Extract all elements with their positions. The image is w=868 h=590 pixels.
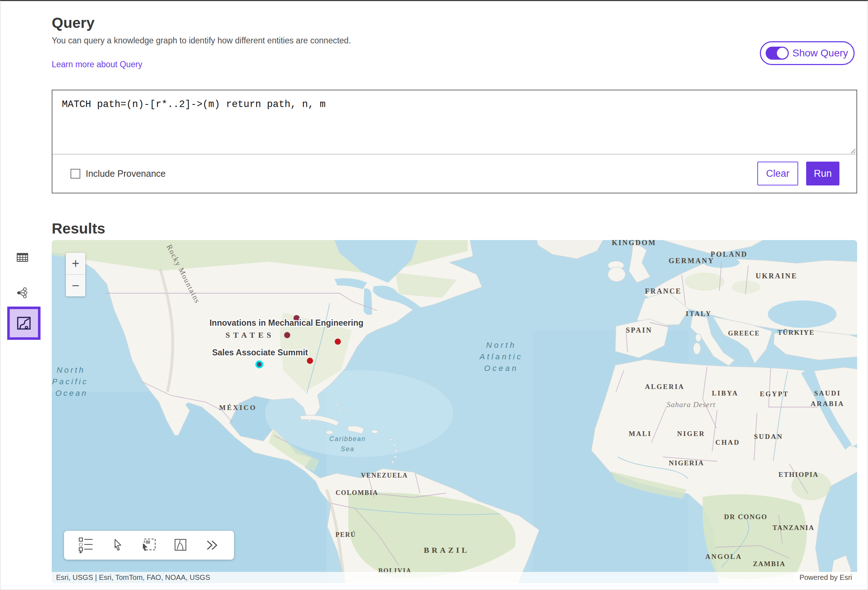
query-textarea[interactable]: MATCH path=(n)-[r*..2]->(m) return path,… bbox=[52, 90, 856, 154]
map-attribution: Esri, USGS | Esri, TomTom, FAO, NOAA, US… bbox=[52, 572, 857, 583]
double-chevron-right-icon bbox=[205, 538, 219, 552]
map-label: Caribbean bbox=[329, 435, 366, 442]
map-label: LIBYA bbox=[712, 389, 738, 397]
map-label: ETHIOPIA bbox=[778, 471, 818, 478]
map-marker-label: Innovations in Mechanical Engineering bbox=[210, 318, 363, 327]
map-label: TÜRKIYE bbox=[778, 329, 815, 336]
learn-more-link[interactable]: Learn more about Query bbox=[52, 60, 143, 69]
pointer-tool-button[interactable] bbox=[109, 537, 125, 553]
map-label: PERÚ bbox=[336, 531, 356, 538]
toggle-label: Show Query bbox=[793, 47, 848, 59]
map-label: North bbox=[486, 341, 517, 350]
map-label: ITALY bbox=[686, 310, 712, 317]
view-map-button[interactable] bbox=[7, 307, 40, 340]
powered-by-esri: Powered by Esri bbox=[794, 572, 857, 583]
map-label: Pacific bbox=[52, 377, 88, 386]
map-label: ARABIA bbox=[811, 400, 844, 407]
select-features-icon bbox=[173, 538, 188, 552]
map-label: Ocean bbox=[55, 389, 88, 398]
map-zoom-control: + − bbox=[66, 253, 86, 296]
cursor-icon bbox=[110, 538, 125, 552]
map-label: MALI bbox=[629, 430, 652, 437]
map-label: STATES bbox=[225, 330, 274, 339]
map-marker-label: Sales Associate Summit bbox=[212, 348, 308, 357]
map-label: Sahara Desert bbox=[667, 400, 716, 409]
query-page: Query You can query a knowledge graph to… bbox=[0, 0, 868, 590]
map-icon bbox=[16, 315, 32, 332]
show-query-toggle[interactable]: Show Query bbox=[760, 41, 855, 65]
results-title: Results bbox=[52, 220, 105, 237]
more-tools-button[interactable] bbox=[204, 537, 220, 553]
map-label: CHAD bbox=[715, 438, 740, 446]
query-panel: MATCH path=(n)-[r*..2]->(m) return path,… bbox=[52, 90, 857, 193]
map-label: VENEZUELA bbox=[361, 472, 408, 479]
map-label: SPAIN bbox=[626, 326, 652, 334]
include-provenance-checkbox[interactable] bbox=[71, 169, 80, 178]
results-map[interactable]: KINGDOMPOLANDGERMANYUKRAINEFRANCEITALYSP… bbox=[52, 240, 857, 583]
map-label: GERMANY bbox=[669, 257, 714, 265]
toggle-switch-icon[interactable] bbox=[766, 47, 789, 60]
map-label: GREECE bbox=[728, 330, 760, 337]
map-toolbar bbox=[64, 531, 234, 560]
include-provenance-label: Include Provenance bbox=[86, 168, 165, 179]
page-description: You can query a knowledge graph to ident… bbox=[52, 36, 351, 46]
map-label: NIGERIA bbox=[669, 459, 704, 467]
zoom-out-button[interactable]: − bbox=[66, 275, 86, 296]
select-by-rectangle-icon bbox=[142, 538, 156, 552]
map-label: UKRAINE bbox=[756, 272, 797, 280]
table-icon bbox=[16, 251, 28, 264]
map-label: SAUDI bbox=[814, 389, 841, 397]
map-label: ALGERIA bbox=[645, 383, 685, 391]
map-label: MÉXICO bbox=[219, 404, 257, 412]
select-by-rectangle-button[interactable] bbox=[141, 537, 157, 553]
link-chart-icon bbox=[16, 287, 28, 299]
view-link-chart-button[interactable] bbox=[16, 287, 28, 301]
map-label: SUDAN bbox=[754, 433, 783, 440]
map-label: COLOMBIA bbox=[336, 489, 378, 496]
map-label: TANZANIA bbox=[772, 524, 815, 531]
map-marker[interactable] bbox=[284, 332, 291, 338]
map-label: Atlantic bbox=[479, 352, 523, 361]
legend-icon bbox=[78, 537, 94, 553]
map-marker-selected-core[interactable] bbox=[257, 362, 262, 367]
map-label: DR CONGO bbox=[724, 513, 768, 521]
map-label: Ocean bbox=[484, 364, 519, 373]
attribution-sources: Esri, USGS | Esri, TomTom, FAO, NOAA, US… bbox=[52, 573, 794, 582]
map-marker[interactable] bbox=[335, 339, 341, 345]
map-label: KINGDOM bbox=[611, 240, 656, 246]
query-panel-footer: Include Provenance Clear Run bbox=[52, 154, 856, 193]
select-features-button[interactable] bbox=[173, 537, 189, 553]
map-label: EGYPT bbox=[760, 390, 789, 398]
map-label: ZAMBIA bbox=[753, 560, 785, 568]
map-label: Sea bbox=[341, 445, 354, 453]
clear-button[interactable]: Clear bbox=[757, 162, 798, 186]
map-label: North bbox=[57, 366, 86, 375]
legend-button[interactable] bbox=[78, 537, 94, 553]
run-button[interactable]: Run bbox=[806, 162, 840, 186]
map-label: NIGER bbox=[677, 430, 705, 437]
page-title: Query bbox=[52, 15, 95, 31]
map-label: ANGOLA bbox=[705, 553, 742, 560]
map-label: POLAND bbox=[711, 250, 748, 258]
view-table-button[interactable] bbox=[16, 251, 28, 265]
map-marker[interactable] bbox=[307, 358, 313, 364]
map-label: FRANCE bbox=[645, 287, 681, 295]
zoom-in-button[interactable]: + bbox=[66, 253, 86, 274]
map-label: BRAZIL bbox=[424, 546, 469, 555]
